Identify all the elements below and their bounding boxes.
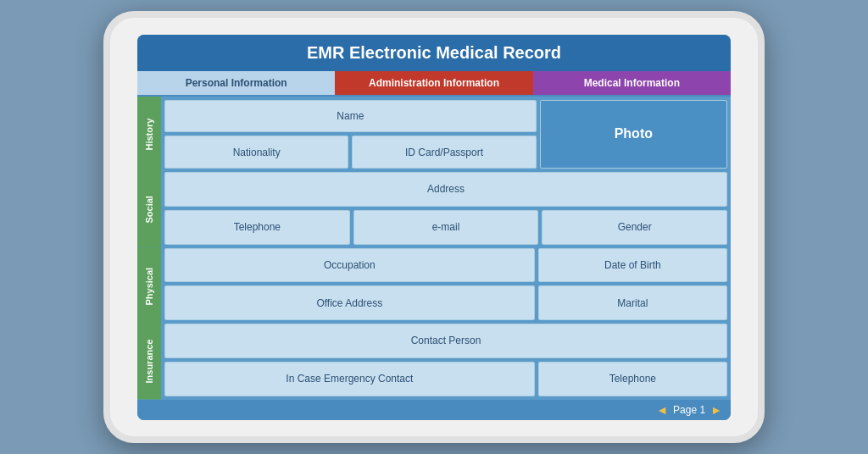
pagination-bar: ◄ Page 1 ► (137, 400, 731, 420)
tablet-shell: EMR Electronic Medical Record Personal I… (103, 11, 765, 443)
label-history: History (137, 97, 161, 173)
field-emergency-contact[interactable]: In Case Emergency Contact (164, 362, 535, 396)
tab-bar: Personal Information Administration Info… (137, 71, 731, 97)
field-marital[interactable]: Marital (538, 285, 727, 320)
field-address[interactable]: Address (164, 172, 727, 207)
row-emergency: In Case Emergency Contact Telephone (164, 362, 727, 396)
row-tel-email-gender: Telephone e-mail Gender (164, 210, 727, 245)
field-occupation[interactable]: Occupation (164, 248, 535, 283)
tab-medical[interactable]: Medical Information (533, 71, 731, 95)
field-email[interactable]: e-mail (353, 210, 539, 245)
field-telephone-1[interactable]: Telephone (164, 210, 350, 245)
field-gender[interactable]: Gender (542, 210, 727, 245)
label-social: Social (137, 172, 161, 248)
next-page-button[interactable]: ► (710, 403, 722, 417)
tab-personal[interactable]: Personal Information (137, 71, 335, 95)
screen: EMR Electronic Medical Record Personal I… (137, 35, 731, 420)
field-nationality[interactable]: Nationality (164, 136, 348, 169)
photo-label: Photo (615, 126, 653, 141)
content-area: History Social Physical Insurance (137, 97, 731, 400)
row-occupation-dob: Occupation Date of Birth (164, 248, 727, 283)
field-id-card[interactable]: ID Card/Passport (352, 136, 536, 169)
row-nationality: Nationality ID Card/Passport (164, 136, 537, 169)
row-address: Address (164, 172, 727, 207)
field-office-address[interactable]: Office Address (164, 285, 535, 320)
field-date-of-birth[interactable]: Date of Birth (538, 248, 727, 283)
page-label: Page 1 (673, 404, 705, 416)
field-name[interactable]: Name (164, 100, 537, 133)
title-text: EMR Electronic Medical Record (307, 43, 561, 62)
tab-admin[interactable]: Administration Information (335, 71, 532, 95)
photo-cell[interactable]: Photo (540, 100, 727, 169)
prev-page-button[interactable]: ◄ (656, 403, 668, 417)
row-name: Name (164, 100, 537, 133)
field-telephone-2[interactable]: Telephone (538, 362, 727, 396)
label-insurance: Insurance (137, 324, 161, 400)
form-grid: Name Nationality ID Card/Passport (161, 97, 731, 400)
row-contact-person: Contact Person (164, 324, 727, 358)
row-office-marital: Office Address Marital (164, 285, 727, 320)
field-contact-person[interactable]: Contact Person (164, 324, 727, 358)
left-col: Name Nationality ID Card/Passport (164, 100, 537, 169)
rows-name-nationality: Name Nationality ID Card/Passport (164, 100, 727, 169)
label-physical: Physical (137, 248, 161, 324)
app-title: EMR Electronic Medical Record (137, 35, 731, 71)
side-labels: History Social Physical Insurance (137, 97, 161, 400)
